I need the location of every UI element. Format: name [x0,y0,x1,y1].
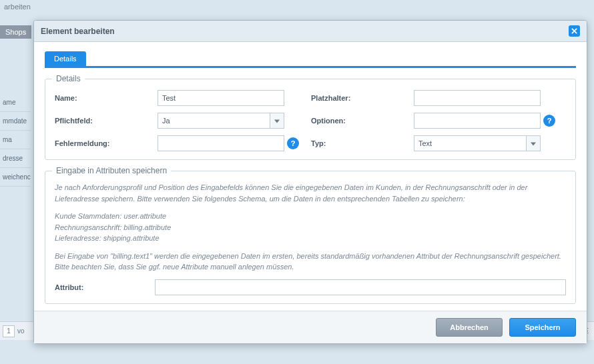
pflichtfeld-combo[interactable] [158,113,284,129]
close-button[interactable] [569,25,580,37]
bg-sidebar-item: mmdate [0,112,31,131]
dialog-footer: Abbrechen Speichern [34,311,587,343]
label-optionen: Optionen: [311,117,411,125]
pflichtfeld-value[interactable] [158,113,270,129]
bg-shops-tab: Shops [0,25,31,39]
label-pflichtfeld: Pflichtfeld: [55,117,155,125]
typ-combo[interactable] [414,135,541,151]
bg-sidebar-item: ame [0,93,31,112]
help-p2: Bei Eingabe von "billing.text1" werden d… [55,251,566,273]
fieldset-details: Details Name: Platzhalter: Pflichtfeld: [45,79,576,160]
help-line-user: Kunde Stammdaten: user.attribute [55,211,566,222]
edit-element-dialog: Element bearbeiten Details Details Name:… [33,20,587,344]
dialog-title: Element bearbeiten [41,27,115,36]
typ-trigger[interactable] [526,135,541,151]
cancel-button[interactable]: Abbrechen [436,318,503,337]
bg-sidebar: ame mmdate ma dresse weichenc [0,93,31,187]
close-icon [571,27,577,35]
fieldset-details-legend: Details [52,74,85,83]
chevron-down-icon [531,139,536,147]
svg-marker-3 [531,143,536,146]
fehlermeldung-help-icon[interactable]: ? [287,137,299,149]
platzhalter-input[interactable] [414,90,541,106]
fieldset-save-attributes: Eingabe in Attributen speichern Je nach … [45,171,576,304]
bg-sidebar-item: dresse [0,149,31,168]
label-platzhalter: Platzhalter: [311,94,411,102]
chevron-down-icon [274,117,280,125]
tab-bar: Details [45,51,576,68]
label-fehlermeldung: Fehlermeldung: [55,139,155,147]
label-attribut: Attribut: [55,283,155,291]
help-text: Je nach Anforderungsprofil und Position … [55,182,566,273]
help-line-shipping: Lieferadresse: shipping.attribute [55,233,566,244]
bg-top-tab: arbeiten [0,0,35,13]
bg-page-number: 1 [3,325,15,337]
name-input[interactable] [158,90,284,106]
dialog-header: Element bearbeiten [34,21,587,42]
fieldset-save-legend: Eingabe in Attributen speichern [52,166,171,175]
label-typ: Typ: [311,139,411,147]
svg-marker-2 [274,120,280,123]
attribut-input[interactable] [155,279,566,295]
bg-page-prefix: vo [17,327,25,335]
save-button[interactable]: Speichern [509,318,576,337]
bg-sidebar-item: ma [0,131,31,149]
help-p1: Je nach Anforderungsprofil und Position … [55,182,566,204]
bg-sidebar-item: weichenc [0,168,31,187]
label-name: Name: [55,94,155,102]
fehlermeldung-input[interactable] [158,135,284,151]
optionen-input[interactable] [414,113,541,129]
optionen-help-icon[interactable]: ? [543,115,555,127]
typ-value[interactable] [414,135,526,151]
help-line-billing: Rechnungsanschrift: billing.attribute [55,222,566,233]
tab-details[interactable]: Details [45,51,86,66]
pflichtfeld-trigger[interactable] [270,113,284,129]
